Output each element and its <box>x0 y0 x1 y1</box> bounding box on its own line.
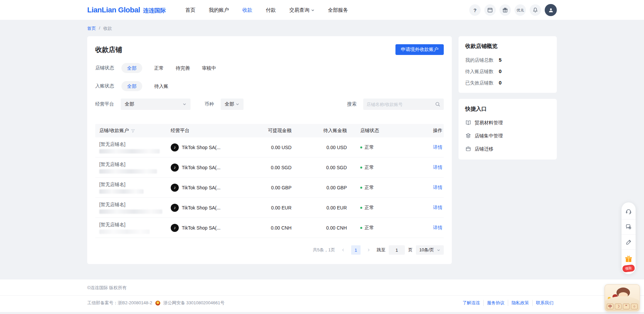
tiktok-icon: ♪ <box>171 204 179 212</box>
customer-service-icon[interactable] <box>622 204 636 219</box>
footer-link-privacy[interactable]: 隐私政策 <box>508 300 532 306</box>
shop-status-label: 店铺状态 <box>95 65 115 71</box>
detail-link[interactable]: 详情 <box>433 144 442 150</box>
shop-status-option-all[interactable]: 全部 <box>121 63 142 73</box>
entry-status-option-pending[interactable]: 待入账 <box>154 81 168 91</box>
main-nav: 首页 我的账户 收款 付款 交易查询 全部服务 <box>185 7 348 13</box>
shop-status-option-reviewing[interactable]: 审核中 <box>202 63 216 73</box>
pagination: 共5条，1页 1 跳至 页 10条/页 <box>95 245 444 255</box>
chevron-down-icon <box>311 8 315 12</box>
tiktok-icon: ♪ <box>171 164 179 172</box>
page-title: 收款店铺 <box>95 45 122 54</box>
status-dot <box>360 187 362 189</box>
apply-overseas-account-button[interactable]: 申请境外收款账户 <box>395 44 444 55</box>
nav-item-account[interactable]: 我的账户 <box>209 7 229 13</box>
shop-name: [暂无店铺名] <box>99 141 160 147</box>
prev-page-button[interactable] <box>338 245 348 255</box>
entry-status-option-all[interactable]: 全部 <box>121 81 142 91</box>
page-number-1[interactable]: 1 <box>351 245 361 255</box>
search-input[interactable] <box>367 102 435 107</box>
page-footer: ©连连国际 版权所有 工信部备案号：浙B2-20080148-2 浙公网安备 3… <box>0 279 644 312</box>
shop-status-option-incomplete[interactable]: 待完善 <box>176 63 190 73</box>
gift-icon[interactable] <box>499 4 511 16</box>
chevron-right-icon <box>367 248 371 252</box>
avatar[interactable] <box>545 4 557 16</box>
nav-item-home[interactable]: 首页 <box>185 7 196 13</box>
shop-name: [暂无店铺名] <box>99 182 144 188</box>
tiktok-icon: ♪ <box>171 184 179 192</box>
footer-link-about[interactable]: 了解连连 <box>459 300 483 306</box>
withdrawable-amount: 0.00 SGD <box>271 165 291 170</box>
detail-link[interactable]: 详情 <box>433 185 442 191</box>
detail-link[interactable]: 详情 <box>433 225 442 231</box>
help-icon[interactable]: ? <box>469 4 481 16</box>
jump-page-input[interactable] <box>389 245 405 255</box>
nav-item-pay[interactable]: 付款 <box>266 7 276 13</box>
shortcut-shop-central-management[interactable]: 店铺集中管理 <box>465 132 550 140</box>
entry-status-filter: 入账状态 全部 待入账 <box>95 81 444 91</box>
feedback-pencil-icon[interactable] <box>622 235 636 250</box>
floating-toolbar: 领取 <box>622 202 636 274</box>
header-icon-group: ? 优兑 <box>469 4 557 16</box>
platform-name: TikTok Shop SA(... <box>182 165 220 170</box>
pagination-summary: 共5条，1页 <box>313 247 335 253</box>
search-label: 搜索 <box>347 101 357 107</box>
corner-widget[interactable]: 中 ☽ ” ○ <box>604 284 640 312</box>
nav-item-receive[interactable]: 收款 <box>243 7 253 13</box>
stat-total-shops: 我的店铺总数 5 <box>465 57 550 63</box>
widget-button-chinese[interactable]: 中 <box>607 304 613 309</box>
filter-controls: 经营平台 全部 币种 全部 搜索 <box>95 99 444 110</box>
widget-button-shape[interactable]: ○ <box>631 304 638 309</box>
footer-link-terms[interactable]: 服务协议 <box>483 300 508 306</box>
logo-text-cn: 连连国际 <box>143 7 166 14</box>
footer-links: 了解连连 服务协议 隐私政策 联系我们 <box>459 300 557 306</box>
shortcut-trade-materials[interactable]: 贸易材料管理 <box>465 119 550 127</box>
status-text: 正常 <box>365 225 374 231</box>
table-row: [暂无店铺名] ♪ TikTok Shop SA(... 0.00 SGD 0.… <box>95 158 444 178</box>
chevron-down-icon <box>235 102 239 106</box>
widget-button-moon[interactable]: ☽ <box>615 304 622 309</box>
widget-button-punctuation[interactable]: ” <box>623 304 630 309</box>
currency-select-label: 币种 <box>205 101 214 107</box>
box-icon <box>465 146 471 152</box>
detail-link[interactable]: 详情 <box>433 165 442 171</box>
nav-item-transactions[interactable]: 交易查询 <box>289 7 315 13</box>
filter-funnel-icon[interactable] <box>131 129 135 133</box>
platform-select[interactable]: 全部 <box>121 99 191 110</box>
withdrawable-amount: 0.00 USD <box>271 145 291 150</box>
status-dot <box>360 207 362 209</box>
page-size-select[interactable]: 10条/页 <box>416 245 444 255</box>
book-icon <box>465 120 471 126</box>
copyright-text: ©连连国际 版权所有 <box>87 285 557 295</box>
coupon-entry[interactable]: 优兑 <box>515 4 526 16</box>
shop-name: [暂无店铺名] <box>99 162 157 168</box>
chat-icon[interactable] <box>622 219 636 235</box>
platform-select-label: 经营平台 <box>95 101 114 107</box>
footer-link-contact[interactable]: 联系我们 <box>532 300 557 306</box>
billing-icon[interactable] <box>484 4 496 16</box>
search-icon[interactable] <box>435 102 440 107</box>
breadcrumb-home[interactable]: 首页 <box>87 25 96 32</box>
next-page-button[interactable] <box>364 245 373 255</box>
overview-title: 收款店铺概览 <box>465 43 550 50</box>
bell-icon[interactable] <box>530 4 541 16</box>
table-header: 店铺/收款账户 经营平台 可提现金额 待入账金额 店铺状态 操作 <box>95 124 444 137</box>
detail-link[interactable]: 详情 <box>433 205 442 211</box>
currency-select[interactable]: 全部 <box>221 99 244 110</box>
redacted-account-text <box>99 149 160 153</box>
shop-name: [暂无店铺名] <box>99 202 162 208</box>
brand-logo[interactable]: LianLian Global 连连国际 <box>87 6 166 14</box>
jump-label: 跳至 <box>377 247 385 253</box>
gift-claim-badge[interactable]: 领取 <box>622 264 635 272</box>
pending-amount: 0.00 GBP <box>326 185 347 190</box>
police-badge-icon <box>155 301 160 306</box>
page-unit-label: 页 <box>408 247 413 253</box>
shortcut-shop-migration[interactable]: 店铺迁移 <box>465 145 550 153</box>
breadcrumb-current: 收款 <box>103 25 112 32</box>
gift-reward-icon[interactable]: 领取 <box>622 251 636 266</box>
shop-status-option-normal[interactable]: 正常 <box>154 63 164 73</box>
tiktok-icon: ♪ <box>171 143 179 151</box>
platform-name: TikTok Shop SA(... <box>182 205 220 210</box>
nav-item-all-services[interactable]: 全部服务 <box>328 7 348 13</box>
corner-widget-buttons: 中 ☽ ” ○ <box>607 304 638 309</box>
